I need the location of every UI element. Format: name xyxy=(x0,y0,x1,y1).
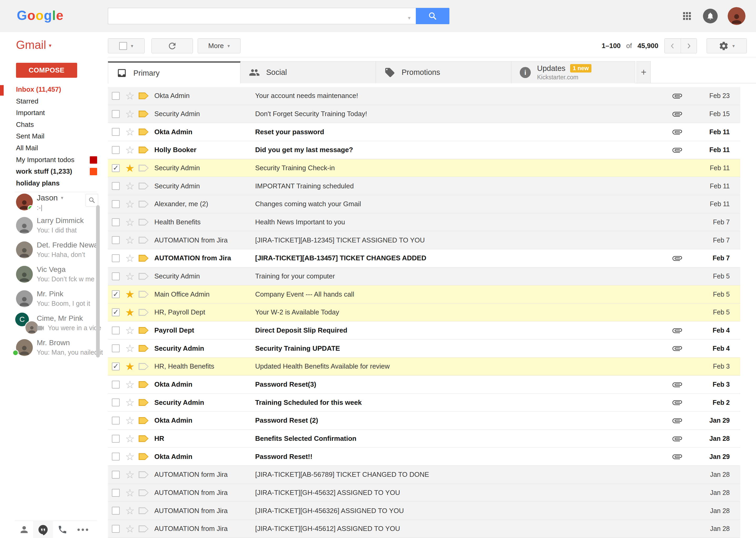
email-row[interactable]: ✓ ☆ AUTOMATION from Jira [JIRA-TICKET][G… xyxy=(108,502,740,520)
hangouts-button[interactable] xyxy=(37,524,49,535)
star-toggle[interactable]: ☆ xyxy=(124,433,135,444)
more-options-button[interactable] xyxy=(77,524,88,535)
importance-marker[interactable] xyxy=(139,435,149,442)
star-toggle[interactable]: ★ xyxy=(124,289,135,299)
importance-marker[interactable] xyxy=(139,327,149,334)
importance-marker[interactable] xyxy=(139,489,149,496)
select-all-button[interactable]: ▾ xyxy=(108,38,145,53)
importance-marker[interactable] xyxy=(139,381,149,388)
chat-contact-row[interactable]: Larry Dimmick You: I did that xyxy=(0,213,108,238)
email-row[interactable]: ✓ ☆ Okta Admin Reset your password Feb 1… xyxy=(108,123,740,141)
star-toggle[interactable]: ☆ xyxy=(124,488,135,498)
email-checkbox[interactable]: ✓ xyxy=(112,200,120,208)
email-row[interactable]: ✓ ☆ Holly Booker Did you get my last mes… xyxy=(108,141,740,159)
contacts-button[interactable] xyxy=(19,524,30,535)
email-checkbox[interactable]: ✓ xyxy=(112,92,120,100)
star-toggle[interactable]: ☆ xyxy=(124,523,135,534)
importance-marker[interactable] xyxy=(139,183,149,189)
sidebar-nav-item[interactable]: Inbox (11,457) xyxy=(0,83,108,95)
email-row[interactable]: ✓ ★ HR, Health Benefits Updated Health B… xyxy=(108,357,740,376)
star-toggle[interactable]: ☆ xyxy=(124,181,135,191)
star-toggle[interactable]: ★ xyxy=(124,307,135,318)
email-row[interactable]: ✓ ☆ AUTOMATION form Jira [JIRA-TICKET][A… xyxy=(108,466,740,484)
importance-marker[interactable] xyxy=(139,273,149,280)
email-checkbox[interactable]: ✓ xyxy=(112,164,120,172)
self-name[interactable]: Jason▾ xyxy=(37,193,63,202)
email-checkbox[interactable]: ✓ xyxy=(112,110,120,118)
sidebar-nav-item[interactable]: All Mail xyxy=(0,142,108,154)
tab-social[interactable]: Social xyxy=(240,61,376,83)
importance-marker[interactable] xyxy=(139,146,149,153)
email-row[interactable]: ✓ ☆ Okta Admin Password Reset!! Jan 29 xyxy=(108,448,740,466)
sidebar-nav-item[interactable]: Starred xyxy=(0,95,108,107)
email-row[interactable]: ✓ ☆ AUTOMATION from Jira [JIRA-TICKET][A… xyxy=(108,249,740,267)
sidebar-nav-item[interactable]: Chats xyxy=(0,119,108,131)
email-checkbox[interactable]: ✓ xyxy=(112,254,120,262)
email-checkbox[interactable]: ✓ xyxy=(112,525,120,533)
sidebar-nav-item[interactable]: My Important todos xyxy=(0,154,108,166)
email-row[interactable]: ✓ ☆ Security Admin Training for your com… xyxy=(108,267,740,286)
email-row[interactable]: ✓ ☆ Health Benefits Health News Importan… xyxy=(108,213,740,232)
sidebar-nav-item[interactable]: holiday plans xyxy=(0,177,108,189)
self-avatar[interactable] xyxy=(16,193,33,210)
star-toggle[interactable]: ☆ xyxy=(124,506,135,516)
email-checkbox[interactable]: ✓ xyxy=(112,327,120,334)
sidebar-nav-item[interactable]: Important xyxy=(0,107,108,119)
email-checkbox[interactable]: ✓ xyxy=(112,146,120,154)
email-checkbox[interactable]: ✓ xyxy=(112,290,120,298)
importance-marker[interactable] xyxy=(139,291,149,297)
email-checkbox[interactable]: ✓ xyxy=(112,471,120,479)
star-toggle[interactable]: ☆ xyxy=(124,271,135,282)
email-row[interactable]: ✓ ☆ AUTOMATION from Jira [JIRA-TICKET][G… xyxy=(108,520,740,538)
email-checkbox[interactable]: ✓ xyxy=(112,489,120,497)
email-checkbox[interactable]: ✓ xyxy=(112,362,120,370)
star-toggle[interactable]: ☆ xyxy=(124,127,135,137)
importance-marker[interactable] xyxy=(139,507,149,514)
star-toggle[interactable]: ☆ xyxy=(124,469,135,480)
tab-updates[interactable]: i Updates 1 new Kickstarter.com xyxy=(511,61,635,83)
notifications-button[interactable] xyxy=(703,9,718,24)
importance-marker[interactable] xyxy=(139,453,149,460)
email-row[interactable]: ✓ ☆ Okta Admin Your account needs mainte… xyxy=(108,87,740,105)
email-checkbox[interactable]: ✓ xyxy=(112,218,120,226)
importance-marker[interactable] xyxy=(139,165,149,172)
importance-marker[interactable] xyxy=(139,399,149,406)
settings-button[interactable]: ▾ xyxy=(707,38,747,53)
email-checkbox[interactable]: ✓ xyxy=(112,435,120,443)
compose-button[interactable]: COMPOSE xyxy=(16,63,77,78)
star-toggle[interactable]: ☆ xyxy=(124,91,135,101)
sidebar-nav-item[interactable]: Sent Mail xyxy=(0,130,108,142)
star-toggle[interactable]: ★ xyxy=(124,361,135,372)
email-checkbox[interactable]: ✓ xyxy=(112,453,120,460)
importance-marker[interactable] xyxy=(139,363,149,370)
email-row[interactable]: ✓ ★ Security Admin Security Training Che… xyxy=(108,159,740,177)
email-checkbox[interactable]: ✓ xyxy=(112,272,120,280)
chat-contact-row[interactable]: Mr. Brown You: Man, you nailed it xyxy=(0,336,108,360)
email-row[interactable]: ✓ ★ Main Office Admin Company Event --- … xyxy=(108,285,740,303)
star-toggle[interactable]: ☆ xyxy=(124,415,135,426)
importance-marker[interactable] xyxy=(139,201,149,207)
email-checkbox[interactable]: ✓ xyxy=(112,308,120,316)
email-row[interactable]: ✓ ☆ AUTOMATION from Jira [JIRA-TICKET][A… xyxy=(108,231,740,249)
email-checkbox[interactable]: ✓ xyxy=(112,507,120,514)
email-checkbox[interactable]: ✓ xyxy=(112,399,120,406)
star-toggle[interactable]: ☆ xyxy=(124,235,135,245)
importance-marker[interactable] xyxy=(139,417,149,424)
email-row[interactable]: ✓ ☆ Payroll Dept Direct Deposit Slip Req… xyxy=(108,322,740,340)
search-button[interactable] xyxy=(416,8,449,24)
email-checkbox[interactable]: ✓ xyxy=(112,417,120,424)
email-checkbox[interactable]: ✓ xyxy=(112,128,120,136)
sidebar-nav-item[interactable]: work stuff (1,233) xyxy=(0,166,108,177)
tab-primary[interactable]: Primary xyxy=(108,61,240,83)
select-all-checkbox[interactable] xyxy=(119,42,127,50)
importance-marker[interactable] xyxy=(139,255,149,262)
older-page-button[interactable] xyxy=(681,39,697,53)
tab-promotions[interactable]: Promotions xyxy=(376,61,511,83)
apps-grid-button[interactable] xyxy=(681,10,693,22)
newer-page-button[interactable] xyxy=(665,39,681,53)
account-avatar[interactable] xyxy=(728,7,745,25)
star-toggle[interactable]: ☆ xyxy=(124,451,135,462)
add-tab-button[interactable]: + xyxy=(637,61,651,83)
star-toggle[interactable]: ★ xyxy=(124,163,135,173)
importance-marker[interactable] xyxy=(139,309,149,316)
